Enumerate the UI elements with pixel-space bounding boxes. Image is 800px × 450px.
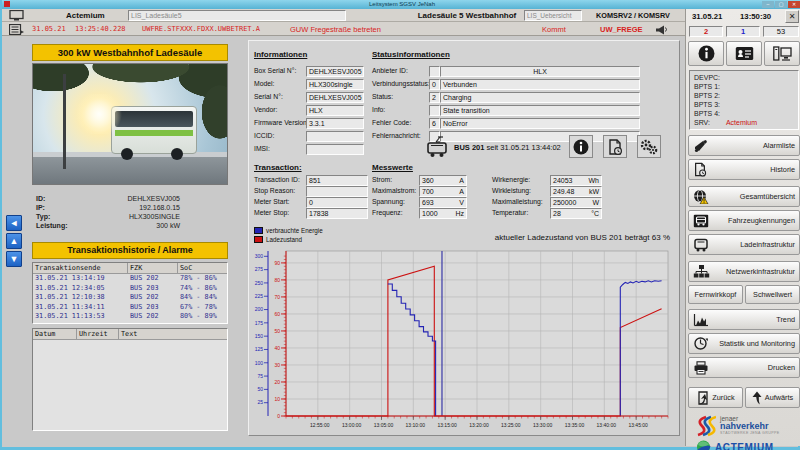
station-title: 300 kW Westbahnhof Ladesäule bbox=[32, 44, 228, 61]
nav-back-button[interactable]: ◄ bbox=[6, 215, 22, 231]
svg-text:30: 30 bbox=[274, 362, 280, 368]
alarms-table[interactable]: Datum Uhrzeit Text bbox=[32, 328, 228, 431]
sidebar-button-gesamtuebersicht[interactable]: Gesamtübersicht bbox=[688, 186, 800, 207]
trend-icon bbox=[693, 313, 709, 327]
transaction-value[interactable]: 851 bbox=[306, 175, 368, 186]
info-value[interactable]: DEHLXESVJ005 bbox=[306, 92, 364, 103]
transaction-value[interactable]: 17838 bbox=[306, 208, 368, 219]
actemium-logo: ACTEMIUM bbox=[696, 439, 796, 450]
svg-text:100: 100 bbox=[255, 360, 264, 366]
transaction-value[interactable] bbox=[306, 186, 368, 197]
workstation-button[interactable] bbox=[764, 41, 800, 66]
view-close-button[interactable]: ✕ bbox=[785, 10, 799, 23]
status-label: Fehlernachricht: bbox=[372, 132, 421, 139]
charging-bus-icon bbox=[426, 136, 450, 158]
mw-value: 28°C bbox=[550, 208, 602, 219]
horn-icon[interactable] bbox=[655, 24, 668, 35]
status-section-title: Statusinformationen bbox=[372, 50, 450, 59]
workstation-icon bbox=[9, 10, 25, 21]
svg-text:12:55:00: 12:55:00 bbox=[310, 422, 330, 428]
svg-text:50: 50 bbox=[274, 328, 280, 334]
mw-value: 250000W bbox=[550, 197, 602, 208]
sidebar-button-historie[interactable]: Historie bbox=[688, 159, 800, 180]
maximize-button[interactable]: ▢ bbox=[775, 1, 787, 8]
table-row[interactable]: 31.05.21 11:13:53BUS 20280% - 89% bbox=[33, 312, 227, 322]
info-value[interactable] bbox=[306, 144, 364, 155]
nav-down-button[interactable]: ▼ bbox=[6, 251, 22, 267]
svg-text:13:40:00: 13:40:00 bbox=[597, 422, 617, 428]
station-photo bbox=[32, 63, 228, 185]
info-label: Serial N°: bbox=[254, 93, 283, 100]
sidebar-button-ladeinfrastruktur[interactable]: Ladeinfrastruktur bbox=[688, 234, 800, 255]
connected-bus: BUS 201 seit 31.05.21 13:44:02 bbox=[454, 143, 561, 152]
info-label: Model: bbox=[254, 80, 274, 87]
sidebar-button-alarmliste[interactable]: Alarmliste bbox=[688, 135, 800, 156]
jenah-logo-icon bbox=[694, 415, 716, 437]
transaction-value[interactable]: 0 bbox=[306, 197, 368, 208]
info-value[interactable] bbox=[306, 131, 364, 142]
status-code: 0 bbox=[429, 79, 440, 90]
label-trend: Trend bbox=[776, 315, 795, 324]
info-label: Firmware Version: bbox=[254, 119, 309, 126]
srv-value: Actemium bbox=[726, 119, 757, 126]
label-statistik: Statistik und Monitoring bbox=[719, 339, 795, 348]
info-value[interactable]: DEHLXESVJ005 bbox=[306, 66, 364, 77]
page-back-icon bbox=[696, 391, 709, 405]
alarm-date: 31.05.21 bbox=[32, 25, 66, 33]
info-button[interactable] bbox=[688, 41, 724, 66]
bus-info-button[interactable] bbox=[569, 135, 593, 158]
svg-text:300: 300 bbox=[255, 253, 264, 259]
connected-bus-id: BUS 201 bbox=[454, 143, 484, 152]
globe-warning-icon bbox=[693, 189, 709, 204]
sidebar-button-fernwirkkopf[interactable]: Fernwirkkopf bbox=[688, 285, 743, 304]
info-value[interactable]: HLX300single bbox=[306, 79, 364, 90]
svg-text:25: 25 bbox=[257, 399, 263, 405]
col-datum: Datum bbox=[33, 329, 77, 339]
sidebar-button-schwellwert[interactable]: Schwellwert bbox=[745, 285, 800, 304]
alarm-list-icon[interactable] bbox=[9, 24, 24, 35]
sidebar: 31.05.21 13:50:30 ✕ 2 1 53 DEVPC: BPTS 1… bbox=[685, 9, 800, 446]
right-view-field[interactable]: LIS_Uebersicht bbox=[524, 10, 582, 21]
bus-history-button[interactable] bbox=[603, 135, 627, 158]
messwerte-section-title: Messwerte bbox=[372, 163, 413, 172]
svg-text:13:35:00: 13:35:00 bbox=[565, 422, 585, 428]
sidebar-button-netzwerkinfrastruktur[interactable]: Netzwerkinfrastruktur bbox=[688, 261, 800, 282]
svg-text:13:05:00: 13:05:00 bbox=[374, 422, 394, 428]
info-label: IMSI: bbox=[254, 145, 270, 152]
label-netzwerkinfrastruktur: Netzwerkinfrastruktur bbox=[726, 267, 795, 276]
info-value[interactable]: 3.3.1 bbox=[306, 118, 364, 129]
operator-button[interactable] bbox=[726, 41, 762, 66]
col-fzk: FZK bbox=[128, 263, 178, 273]
alarm-message: GUW Fregestraße betreten bbox=[290, 25, 381, 34]
statistics-clock-icon bbox=[693, 336, 708, 351]
actemium-logo-icon bbox=[696, 440, 711, 450]
table-row[interactable]: 31.05.21 12:10:38BUS 20284% - 84% bbox=[33, 293, 227, 303]
table-row[interactable]: 31.05.21 12:34:05BUS 20374% - 86% bbox=[33, 284, 227, 294]
sidebar-button-aufwaerts[interactable]: Aufwärts bbox=[745, 387, 800, 408]
sidebar-button-trend[interactable]: Trend bbox=[688, 309, 800, 330]
device-power: 300 kW bbox=[92, 221, 180, 230]
sidebar-button-statistik[interactable]: Statistik und Monitoring bbox=[688, 333, 800, 354]
transactions-table[interactable]: Transaktionsende FZK SoC 31.05.21 13:14:… bbox=[32, 262, 228, 324]
info-value[interactable]: HLX bbox=[306, 105, 364, 116]
sidebar-button-zurueck[interactable]: Zurück bbox=[688, 387, 743, 408]
close-button[interactable]: ✕ bbox=[788, 1, 800, 8]
table-row[interactable]: 31.05.21 13:14:19BUS 20278% - 86% bbox=[33, 274, 227, 284]
minimize-button[interactable]: – bbox=[762, 1, 774, 8]
left-view-field[interactable]: LIS_Ladesäule5 bbox=[128, 10, 346, 21]
status-label: Status: bbox=[372, 93, 393, 100]
info-icon bbox=[698, 45, 715, 62]
status-label: Anbieter ID: bbox=[372, 67, 408, 74]
sidebar-button-drucken[interactable]: Drucken bbox=[688, 357, 800, 378]
trend-chart[interactable]: 2550751001251501752002252502753000102030… bbox=[250, 246, 674, 432]
mw-value: 249.48kW bbox=[550, 186, 602, 197]
dev-label: BPTS 4: bbox=[694, 110, 720, 117]
table-row[interactable]: 31.05.21 11:34:11BUS 20367% - 78% bbox=[33, 303, 227, 313]
sidebar-button-fahrzeugkennungen[interactable]: Fahrzeugkennungen bbox=[688, 210, 800, 231]
application-window: Leitsystem SGSV JeNah – ▢ ✕ Actemium LIS… bbox=[0, 0, 800, 450]
up-arrow-icon bbox=[752, 391, 762, 405]
mw-value: 24053Wh bbox=[550, 175, 602, 186]
nav-up-button[interactable]: ▲ bbox=[6, 233, 22, 249]
bus-settings-button[interactable] bbox=[637, 135, 661, 158]
mw-label: Temperatur: bbox=[492, 209, 528, 216]
